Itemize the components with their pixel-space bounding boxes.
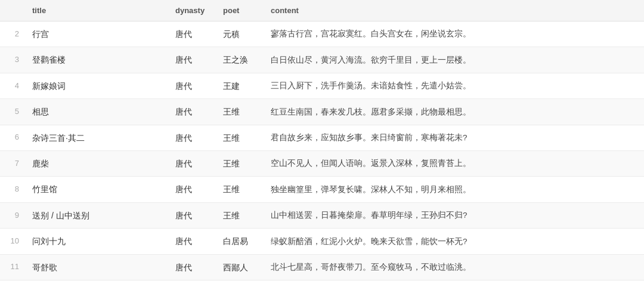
header-poet: poet — [216, 0, 264, 21]
row-title: 登鹳雀楼 — [25, 47, 168, 73]
table-row: 11哥舒歌唐代西鄙人北斗七星高，哥舒夜带刀。至今窥牧马，不敢过临洮。 — [0, 254, 644, 280]
row-num: 11 — [0, 254, 25, 280]
poems-table: title dynasty poet content 2行宫唐代元稹寥落古行宫，… — [0, 0, 644, 280]
table-row: 8竹里馆唐代王维独坐幽篁里，弹琴复长啸。深林人不知，明月来相照。 — [0, 177, 644, 202]
row-title: 相思 — [25, 99, 168, 125]
table-row: 7鹿柴唐代王维空山不见人，但闻人语响。返景入深林，复照青苔上。 — [0, 150, 644, 176]
table-row: 9送别 / 山中送别唐代王维山中相送罢，日暮掩柴扉。春草明年绿，王孙归不归? — [0, 202, 644, 228]
row-poet: 西鄙人 — [216, 254, 264, 280]
table-row: 3登鹳雀楼唐代王之涣白日依山尽，黄河入海流。欲穷千里目，更上一层楼。 — [0, 47, 644, 73]
row-dynasty: 唐代 — [168, 47, 216, 73]
row-title: 问刘十九 — [25, 229, 168, 254]
row-title: 新嫁娘词 — [25, 73, 168, 98]
row-content: 绿蚁新醅酒，红泥小火炉。晚来天欲雪，能饮一杯无? — [264, 229, 644, 254]
row-dynasty: 唐代 — [168, 150, 216, 176]
row-title: 杂诗三首·其二 — [25, 125, 168, 150]
row-dynasty: 唐代 — [168, 254, 216, 280]
header-dynasty: dynasty — [168, 0, 216, 21]
row-dynasty: 唐代 — [168, 125, 216, 150]
header-content: content — [264, 0, 644, 21]
row-dynasty: 唐代 — [168, 73, 216, 98]
row-num: 2 — [0, 21, 25, 47]
row-content: 君自故乡来，应知故乡事。来日绮窗前，寒梅著花未? — [264, 125, 644, 150]
row-title: 哥舒歌 — [25, 254, 168, 280]
row-poet: 王之涣 — [216, 47, 264, 73]
table-row: 10问刘十九唐代白居易绿蚁新醅酒，红泥小火炉。晚来天欲雪，能饮一杯无? — [0, 229, 644, 254]
row-title: 送别 / 山中送别 — [25, 202, 168, 228]
row-dynasty: 唐代 — [168, 99, 216, 125]
row-dynasty: 唐代 — [168, 202, 216, 228]
row-title: 鹿柴 — [25, 150, 168, 176]
row-num: 6 — [0, 125, 25, 150]
row-poet: 王建 — [216, 73, 264, 98]
row-content: 三日入厨下，洗手作羹汤。未谙姑食性，先遣小姑尝。 — [264, 73, 644, 98]
row-dynasty: 唐代 — [168, 21, 216, 47]
row-content: 独坐幽篁里，弹琴复长啸。深林人不知，明月来相照。 — [264, 177, 644, 202]
row-poet: 王维 — [216, 177, 264, 202]
row-content: 山中相送罢，日暮掩柴扉。春草明年绿，王孙归不归? — [264, 202, 644, 228]
row-num: 4 — [0, 73, 25, 98]
table-container: title dynasty poet content 2行宫唐代元稹寥落古行宫，… — [0, 0, 644, 299]
row-content: 红豆生南国，春来发几枝。愿君多采撷，此物最相思。 — [264, 99, 644, 125]
row-num: 10 — [0, 229, 25, 254]
table-row: 4新嫁娘词唐代王建三日入厨下，洗手作羹汤。未谙姑食性，先遣小姑尝。 — [0, 73, 644, 98]
table-header-row: title dynasty poet content — [0, 0, 644, 21]
row-content: 白日依山尽，黄河入海流。欲穷千里目，更上一层楼。 — [264, 47, 644, 73]
row-dynasty: 唐代 — [168, 229, 216, 254]
header-num — [0, 0, 25, 21]
row-content: 寥落古行宫，宫花寂寞红。白头宫女在，闲坐说玄宗。 — [264, 21, 644, 47]
row-num: 8 — [0, 177, 25, 202]
row-num: 5 — [0, 99, 25, 125]
row-title: 行宫 — [25, 21, 168, 47]
row-content: 空山不见人，但闻人语响。返景入深林，复照青苔上。 — [264, 150, 644, 176]
row-num: 7 — [0, 150, 25, 176]
header-title: title — [25, 0, 168, 21]
table-row: 6杂诗三首·其二唐代王维君自故乡来，应知故乡事。来日绮窗前，寒梅著花未? — [0, 125, 644, 150]
row-title: 竹里馆 — [25, 177, 168, 202]
row-poet: 王维 — [216, 202, 264, 228]
table-row: 2行宫唐代元稹寥落古行宫，宫花寂寞红。白头宫女在，闲坐说玄宗。 — [0, 21, 644, 47]
row-poet: 王维 — [216, 150, 264, 176]
row-num: 9 — [0, 202, 25, 228]
row-poet: 王维 — [216, 99, 264, 125]
row-content: 北斗七星高，哥舒夜带刀。至今窥牧马，不敢过临洮。 — [264, 254, 644, 280]
row-poet: 王维 — [216, 125, 264, 150]
row-dynasty: 唐代 — [168, 177, 216, 202]
row-num: 3 — [0, 47, 25, 73]
table-row: 5相思唐代王维红豆生南国，春来发几枝。愿君多采撷，此物最相思。 — [0, 99, 644, 125]
row-poet: 白居易 — [216, 229, 264, 254]
row-poet: 元稹 — [216, 21, 264, 47]
